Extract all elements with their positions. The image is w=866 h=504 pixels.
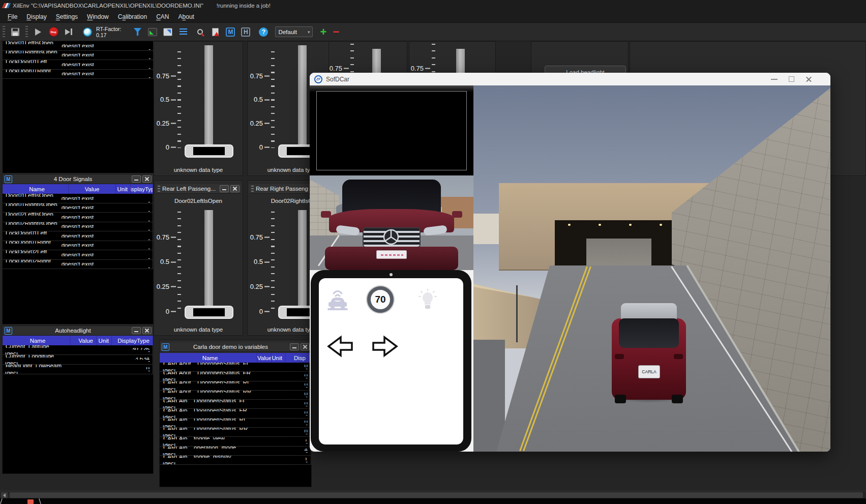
toolbar-grip[interactable] [25,26,28,38]
panel-close-button[interactable] [301,343,310,350]
export-window-button[interactable] [163,27,173,37]
window-minimize-button[interactable] [771,79,778,80]
realtime-clock-button[interactable] [82,27,93,37]
table-row[interactable]: LockDoor01Rightdoesn't exist- [3,70,154,79]
table-row[interactable]: Current_Longitude3.634-[dec] [3,355,153,365]
door-control-tablet: 70 [311,270,471,452]
slider-footer-label: unknown data type [154,327,243,333]
slider-handle[interactable] [185,306,233,319]
scale-label: 0.75 [330,64,342,72]
panel-close-button[interactable] [230,185,240,192]
table-row[interactable]: CARLAout__DooropenStatus_RL0-[dec] [160,381,311,391]
slider-track[interactable] [204,45,213,145]
speed-limit-70-sign: 70 [367,286,394,313]
window-arrow-icon [163,28,172,36]
measurement-button[interactable]: M [225,27,235,37]
table-row[interactable]: Door01RightIsOpendoesn't exist- [3,51,154,61]
menu-about[interactable]: About [174,12,199,22]
scale-label: 0.25 [250,119,263,127]
remove-sheet-button[interactable]: − [333,27,339,37]
panel-close-button[interactable] [142,175,152,183]
autoheadlight-titlebar[interactable]: M Autoheadlight [3,326,153,336]
table-row[interactable]: CARLAout__DooropenStatus_RR0-[dec] [160,391,311,400]
table-row[interactable]: CARLAin__DooropenStatus_FR0-[dec] [160,409,311,418]
filter-button[interactable] [132,27,142,37]
panel-minimize-button[interactable] [220,185,229,192]
table-row[interactable]: Door02RightIsOpendoesn't exist- [3,222,153,232]
headlight-bulb-icon [419,288,437,312]
table-row[interactable]: CARLAin__DooropenStatus_RR0-[dec] [160,428,311,437]
panel-close-button[interactable] [142,327,152,334]
error-log-button[interactable] [210,27,220,37]
table-row[interactable]: LockDoor02Rightdoesn't exist- [3,260,153,270]
drag-grip-icon [158,186,160,192]
list-button[interactable] [178,27,188,37]
rear-left-passenger-panel: Rear Left Passeng... Door02LeftIsOpen 0.… [154,180,243,336]
scale-label: 0.75 [157,72,169,79]
table-row[interactable]: CARLAin__toggle_display1-[dec] [160,456,311,465]
menu-file[interactable]: File [3,12,22,22]
table-row[interactable]: Door02LeftIsOpendoesn't exist- [3,213,153,222]
window-close-button[interactable] [805,76,812,82]
horizontal-scrollbar[interactable] [0,491,866,498]
door-open-left-arrow[interactable] [325,334,354,359]
table-row[interactable]: Door01LeftIsOpendoesn't exist- [3,41,154,51]
run-button[interactable] [33,27,43,37]
table-row[interactable]: CARLAin__DooropenStatus_FL0-[dec] [160,400,311,409]
slider-track[interactable] [204,210,213,306]
table-row[interactable]: Current_Latitude30.726-[dec] [3,345,153,355]
tunnel-entrance [555,220,682,270]
toolbar-grip[interactable] [3,26,5,38]
search-button[interactable] [195,27,205,37]
menu-display[interactable]: Display [22,12,51,22]
table-row[interactable]: CARLAout__DooropenStatus_FR0-[dec] [160,372,311,381]
step-button[interactable] [64,27,74,37]
panel-minimize-button[interactable] [132,327,141,334]
stop-button[interactable]: Stop [48,27,58,37]
table-row[interactable]: Door01RightIsOpendoesn't exist- [3,203,153,213]
hex-button[interactable]: H [241,27,251,37]
add-sheet-button[interactable]: + [320,27,326,37]
table-row[interactable]: CARLAout__DooropenStatus_FL0-[dec] [160,363,311,372]
scroll-left-button[interactable] [1,492,8,498]
help-button[interactable]: ? [258,27,268,37]
table-row[interactable]: LockDoor01Leftdoesn't exist- [3,231,153,241]
carla-io-titlebar[interactable]: M Carla door demo io variables [160,342,311,352]
sofdcar-titlebar[interactable]: ZF SofDCar [310,73,830,85]
car-wheel [672,395,683,403]
slider-track[interactable] [298,210,307,306]
menu-calibration[interactable]: Calibration [113,12,152,22]
scrollbar-thumb[interactable] [10,492,863,498]
scale-label: 0 [259,143,263,151]
scale-label: 0.25 [157,119,169,127]
slider-track[interactable] [298,45,307,145]
carla-io-variables-panel: M Carla door demo io variables NameValue… [159,340,312,487]
menu-can[interactable]: CAN [152,12,173,22]
panel-minimize-button[interactable] [290,343,299,350]
display-inner-frame [316,91,467,170]
menu-window[interactable]: Window [82,12,113,22]
window-maximize-button[interactable] [789,76,794,82]
sofdcar-title: SofDCar [326,76,349,83]
table-row[interactable]: LockDoor01Leftdoesn't exist- [3,60,154,70]
table-row[interactable]: CARLAin__toggle_view1-[dec] [160,437,311,446]
ego-car-front-plate [376,250,407,259]
car-taillight [615,354,624,359]
rear-left-titlebar[interactable]: Rear Left Passeng... [156,184,241,194]
table-row[interactable]: LockDoor01Rightdoesn't exist- [3,241,153,251]
save-button[interactable] [10,27,20,37]
table-row[interactable]: Door01LeftIsOpendoesn't exist- [3,194,153,203]
panel-minimize-button[interactable] [132,175,141,183]
table-row[interactable]: CARLAin__operation_mode4-[dec] [160,447,311,456]
table-row[interactable]: HeadLight_LowBeam0-[dec] [3,365,153,374]
table-row[interactable]: LockDoor02Leftdoesn't exist- [3,250,153,260]
table-header: NameValueUnitDisplayType [3,184,153,194]
menu-settings[interactable]: Settings [51,12,82,22]
scale-label: 0.5 [254,96,263,103]
door-open-right-arrow[interactable] [371,334,400,359]
table-row[interactable]: CARLAin__DooropenStatus_RL0-[dec] [160,419,311,428]
four-door-signals-titlebar[interactable]: M 4 Door Signals [3,174,153,184]
profile-select[interactable]: Default ▾ [275,26,313,37]
slider-handle[interactable] [185,144,233,158]
open-window-button[interactable] [147,27,158,37]
